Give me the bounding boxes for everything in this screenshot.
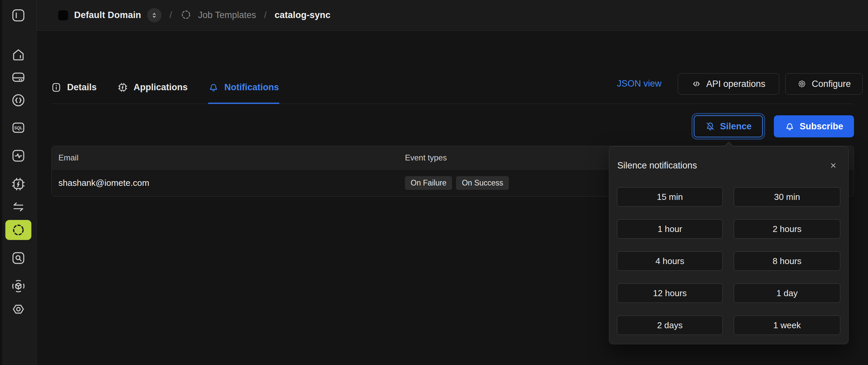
sidebar-toggle-button[interactable] xyxy=(5,5,31,25)
main-content: JSON view API operations Configure De xyxy=(37,31,868,365)
search-square-icon xyxy=(11,250,26,266)
configure-label: Configure xyxy=(812,79,850,89)
code-icon xyxy=(691,79,702,89)
silence-option-1-day[interactable]: 1 day xyxy=(734,283,840,303)
domain-avatar xyxy=(58,10,68,20)
app-window: SQL xyxy=(0,0,868,365)
silence-option-2-days[interactable]: 2 days xyxy=(617,315,723,335)
subscribe-button[interactable]: Subscribe xyxy=(774,115,854,137)
silence-button-label: Silence xyxy=(720,121,752,132)
popup-close-button[interactable] xyxy=(828,160,839,171)
storage-drive-icon xyxy=(11,69,26,85)
silence-option-4-hours[interactable]: 4 hours xyxy=(617,251,723,271)
silence-notifications-popup: Silence notifications 15 min 30 min 1 ho… xyxy=(609,146,849,344)
silence-option-1-hour[interactable]: 1 hour xyxy=(617,219,723,238)
topbar: Default Domain / Job Templates / catalog… xyxy=(37,0,868,31)
tab-notifications-label: Notifications xyxy=(224,82,279,92)
panel-toggle-icon xyxy=(11,8,26,23)
popup-title: Silence notifications xyxy=(617,161,697,171)
info-icon xyxy=(51,82,62,93)
silence-option-8-hours[interactable]: 8 hours xyxy=(734,251,840,271)
silence-duration-grid: 15 min 30 min 1 hour 2 hours 4 hours 8 h… xyxy=(617,187,841,335)
configure-button[interactable]: Configure xyxy=(785,73,863,94)
gear-icon xyxy=(797,79,807,89)
window-edge xyxy=(0,0,2,365)
active-tab-underline xyxy=(208,103,279,104)
silence-option-1-week[interactable]: 1 week xyxy=(734,315,840,335)
sidebar-item-api-braces[interactable] xyxy=(5,90,31,110)
breadcrumb: Default Domain / Job Templates / catalog… xyxy=(58,8,331,22)
sidebar-item-job-templates[interactable] xyxy=(5,220,31,240)
sidebar-item-data-transfer[interactable] xyxy=(5,197,31,217)
breadcrumb-page: catalog-sync xyxy=(274,10,330,20)
breadcrumb-separator: / xyxy=(167,10,174,20)
popup-header: Silence notifications xyxy=(609,146,848,171)
close-icon xyxy=(829,161,838,170)
sidebar-item-storage[interactable] xyxy=(5,67,31,87)
silence-option-12-hours[interactable]: 12 hours xyxy=(617,283,723,303)
breadcrumb-domain[interactable]: Default Domain xyxy=(74,10,141,20)
tabs-divider xyxy=(52,104,854,104)
home-icon xyxy=(11,47,26,62)
tab-applications[interactable]: Applications xyxy=(117,82,188,93)
chip-lightning-icon xyxy=(11,176,26,192)
svg-text:SQL: SQL xyxy=(14,126,22,130)
hexagon-nut-icon xyxy=(11,302,26,317)
tab-notifications[interactable]: Notifications xyxy=(208,82,279,93)
subscribe-button-label: Subscribe xyxy=(800,121,843,132)
event-type-badge: On Failure xyxy=(405,176,452,190)
api-operations-button[interactable]: API operations xyxy=(678,73,779,94)
sidebar-item-data-products[interactable] xyxy=(5,276,31,296)
braces-circle-icon xyxy=(11,92,26,108)
silence-option-15-min[interactable]: 15 min xyxy=(617,187,723,206)
sidebar: SQL xyxy=(0,0,37,365)
sidebar-item-spark-apps[interactable] xyxy=(5,174,31,194)
cube-dashed-icon xyxy=(11,278,26,294)
json-view-link[interactable]: JSON view xyxy=(617,79,662,89)
bell-icon xyxy=(784,121,795,132)
event-type-badge: On Success xyxy=(456,176,509,190)
tab-details[interactable]: Details xyxy=(51,82,97,93)
email-cell: shashank@iomete.com xyxy=(52,178,405,188)
bell-icon xyxy=(208,82,219,93)
chip-lightning-icon xyxy=(117,82,128,93)
sql-icon: SQL xyxy=(11,120,26,135)
sidebar-item-settings[interactable] xyxy=(5,299,31,319)
silence-option-30-min[interactable]: 30 min xyxy=(734,187,840,206)
silence-button[interactable]: Silence xyxy=(694,115,763,137)
breadcrumb-separator: / xyxy=(262,10,269,20)
unfold-chevrons-icon xyxy=(150,11,159,20)
bell-off-icon xyxy=(705,121,715,132)
sidebar-item-home[interactable] xyxy=(5,45,31,65)
transfer-arrows-icon xyxy=(11,199,26,215)
sidebar-item-data-search[interactable] xyxy=(5,248,31,268)
breadcrumb-section[interactable]: Job Templates xyxy=(198,10,256,20)
api-operations-label: API operations xyxy=(706,79,765,89)
tab-details-label: Details xyxy=(67,82,97,92)
sidebar-item-sql-editor[interactable]: SQL xyxy=(5,118,31,138)
sidebar-item-monitoring[interactable] xyxy=(5,146,31,166)
popup-arrow xyxy=(724,142,733,147)
silence-option-2-hours[interactable]: 2 hours xyxy=(734,219,840,238)
dashed-circle-icon xyxy=(11,222,26,237)
pulse-monitor-icon xyxy=(11,148,26,164)
domain-switcher-button[interactable] xyxy=(147,8,162,22)
tab-applications-label: Applications xyxy=(133,82,188,92)
job-templates-icon xyxy=(180,9,192,22)
column-header-email: Email xyxy=(52,153,405,163)
